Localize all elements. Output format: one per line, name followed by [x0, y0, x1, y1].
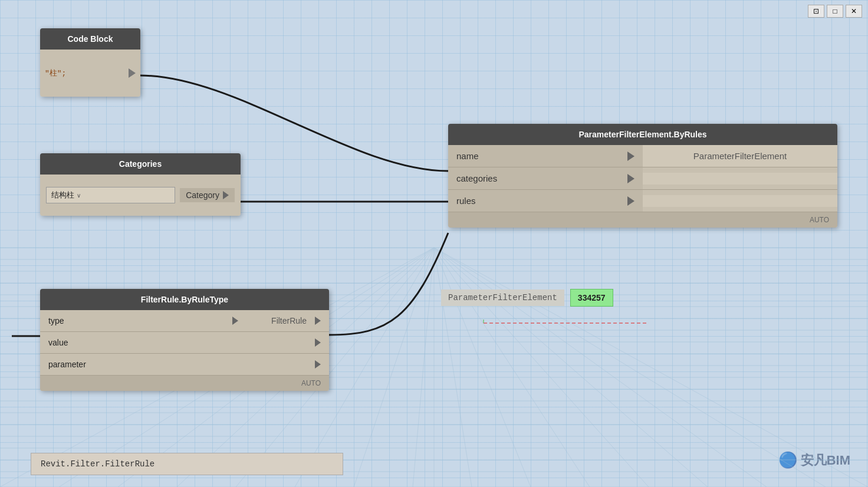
pfebr-categories-port	[627, 174, 634, 183]
result-node: ParameterFilterElement 334257	[441, 289, 613, 307]
frbrt-row-parameter: parameter	[40, 354, 329, 376]
frbrt-row-value: value	[40, 332, 329, 354]
pfebr-rules-label: rules	[456, 196, 476, 206]
pfebr-output-empty1	[643, 173, 837, 185]
pfebr-header: ParameterFilterElement.ByRules	[448, 124, 837, 145]
tooltip-text: Revit.Filter.FilterRule	[41, 459, 154, 469]
pfebr-footer-text: AUTO	[810, 216, 829, 224]
frbrt-footer-text: AUTO	[301, 379, 321, 387]
frbrt-type-label: type	[48, 316, 228, 325]
view-icon-2[interactable]: □	[827, 5, 843, 18]
top-right-icons: ⊡ □ ✕	[808, 5, 862, 18]
categories-dropdown[interactable]: 结构柱 ∨	[46, 187, 175, 203]
pfebr-row-name: name ParameterFilterElement	[448, 145, 837, 167]
pfebr-row-categories: categories	[448, 167, 837, 190]
pfebr-name-label: name	[456, 151, 479, 161]
code-block-body: "柱";	[40, 50, 140, 97]
frbrt-header: FilterRule.ByRuleType	[40, 289, 329, 310]
code-block-title: Code Block	[67, 34, 113, 44]
pfebr-name-port	[627, 152, 634, 161]
frbrt-footer: AUTO	[40, 376, 329, 391]
frbrt-type-port	[232, 317, 238, 325]
pfebr-row-rules: rules	[448, 190, 837, 212]
dropdown-chevron-icon: ∨	[77, 192, 81, 199]
pfebr-node: ParameterFilterElement.ByRules name Para…	[448, 124, 837, 228]
frbrt-value-port	[315, 338, 321, 347]
pfebr-body: name ParameterFilterElement categories r…	[448, 145, 837, 228]
frbrt-parameter-label: parameter	[48, 360, 310, 369]
pfebr-categories-label: categories	[456, 173, 497, 183]
pfebr-input-name: name	[448, 145, 643, 167]
frbrt-output-label: FilterRule	[267, 316, 307, 325]
code-block-node: Code Block "柱";	[40, 28, 140, 97]
frbrt-node: FilterRule.ByRuleType type FilterRule va…	[40, 289, 329, 391]
categories-dropdown-value: 结构柱	[51, 190, 74, 200]
categories-title: Categories	[119, 159, 162, 169]
pfebr-output-label: ParameterFilterElement	[643, 145, 837, 167]
code-block-code: "柱";	[45, 68, 66, 78]
result-label: ParameterFilterElement	[441, 289, 564, 306]
frbrt-title: FilterRule.ByRuleType	[141, 295, 228, 304]
categories-output-label: Category	[186, 190, 219, 200]
close-icon[interactable]: ✕	[846, 5, 862, 18]
pfebr-title: ParameterFilterElement.ByRules	[578, 130, 706, 139]
frbrt-row-type: type FilterRule	[40, 310, 329, 332]
pfebr-rules-port	[627, 196, 634, 206]
pfebr-input-categories: categories	[448, 167, 643, 189]
watermark: 🔵 安凡BIM	[778, 451, 850, 469]
frbrt-output-port	[315, 317, 321, 325]
frbrt-parameter-port	[315, 360, 321, 368]
pfebr-input-rules: rules	[448, 190, 643, 212]
code-block-output-port	[129, 68, 136, 78]
result-label-text: ParameterFilterElement	[448, 293, 557, 302]
result-value-text: 334257	[578, 293, 606, 302]
categories-output-port	[223, 191, 229, 199]
result-value: 334257	[570, 289, 613, 307]
pfebr-output-empty2	[643, 195, 837, 207]
frbrt-body: type FilterRule value parameter AUTO	[40, 310, 329, 391]
watermark-text: 安凡BIM	[801, 452, 850, 469]
tooltip-node: Revit.Filter.FilterRule	[31, 453, 343, 475]
categories-header: Categories	[40, 153, 241, 175]
code-block-header: Code Block	[40, 28, 140, 50]
pfebr-output-text: ParameterFilterElement	[693, 151, 787, 161]
categories-node: Categories 结构柱 ∨ Category	[40, 153, 241, 216]
categories-body: 结构柱 ∨ Category	[40, 175, 241, 216]
pfebr-footer: AUTO	[448, 212, 837, 228]
view-icon-1[interactable]: ⊡	[808, 5, 824, 18]
frbrt-value-label: value	[48, 338, 310, 347]
